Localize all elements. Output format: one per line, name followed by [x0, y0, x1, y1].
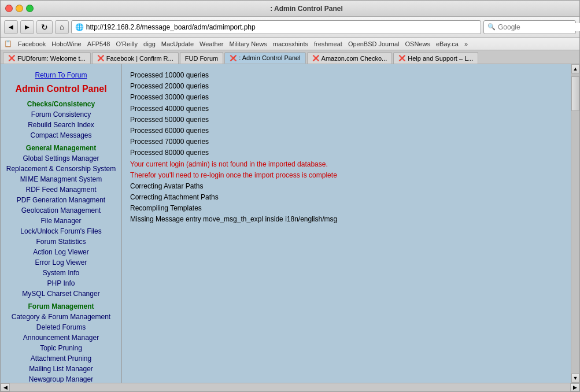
- link-forum-consistency[interactable]: Forum Consistency: [1, 109, 121, 120]
- scroll-down-button[interactable]: ▼: [571, 373, 579, 383]
- bookmark-openbsd[interactable]: OpenBSD Journal: [348, 40, 400, 47]
- link-system-info[interactable]: System Info: [1, 268, 121, 278]
- tab-favicon-admin: ❌: [230, 55, 237, 61]
- link-mysql-charset[interactable]: MySQL Charset Changer: [1, 289, 121, 299]
- bookmark-digg[interactable]: digg: [143, 40, 156, 47]
- tab-fud-forum[interactable]: FUD Forum: [180, 52, 223, 64]
- bookmark-macosxhints[interactable]: macosxhints: [273, 40, 308, 47]
- tab-label-admin: : Admin Control Panel: [239, 54, 300, 61]
- tabs-bar: ❌ FUDforum: Welcome t... ❌ Facebook | Co…: [1, 50, 579, 64]
- titlebar-buttons: [5, 5, 34, 12]
- address-icon: 🌐: [75, 23, 84, 31]
- bookmark-facebook[interactable]: Facebook: [18, 40, 46, 47]
- search-icon: 🔍: [487, 23, 496, 31]
- log-correcting-attachments: Correcting Attachment Paths: [130, 192, 563, 203]
- refresh-button[interactable]: ↻: [36, 20, 53, 34]
- bookmark-afp548[interactable]: AFP548: [87, 40, 110, 47]
- link-topic-pruning[interactable]: Topic Pruning: [1, 343, 121, 353]
- bookmark-osnews[interactable]: OSNews: [405, 40, 430, 47]
- search-input[interactable]: [498, 23, 580, 31]
- link-rebuild-search-index[interactable]: Rebuild Search Index: [1, 120, 121, 130]
- error-line-1: Your current login (admin) is not found …: [130, 159, 563, 170]
- link-category-forum-management[interactable]: Category & Forum Management: [1, 312, 121, 322]
- bookmark-ebay[interactable]: eBay.ca: [436, 40, 459, 47]
- scroll-thumb[interactable]: [571, 76, 579, 111]
- tab-facebook-confirm[interactable]: ❌ Facebook | Confirm R...: [92, 52, 179, 64]
- main-panel: Processed 10000 queries Processed 20000 …: [122, 64, 571, 383]
- close-button[interactable]: [5, 5, 13, 12]
- link-error-log-viewer[interactable]: Error Log Viewer: [1, 257, 121, 268]
- section-general-management: General Management: [1, 140, 121, 153]
- log-line-70000: Processed 70000 queries: [130, 136, 563, 147]
- tab-favicon-help: ❌: [398, 55, 405, 61]
- address-bar[interactable]: 🌐: [71, 20, 481, 34]
- link-geolocation[interactable]: Geolocation Management: [1, 205, 121, 216]
- link-deleted-forums[interactable]: Deleted Forums: [1, 322, 121, 332]
- return-to-forum-link[interactable]: Return To Forum: [1, 69, 121, 82]
- hscroll-track[interactable]: [10, 383, 570, 391]
- bookmark-hobowine[interactable]: HoboWine: [51, 40, 81, 47]
- bookmark-weather[interactable]: Weather: [200, 40, 223, 47]
- minimize-button[interactable]: [16, 5, 23, 12]
- home-icon: ⌂: [60, 23, 64, 31]
- search-bar[interactable]: 🔍: [483, 20, 576, 34]
- bookmark-freshmeat[interactable]: freshmeat: [314, 40, 342, 47]
- link-lock-unlock[interactable]: Lock/Unlock Forum's Files: [1, 226, 121, 236]
- section-forum-management: Forum Management: [1, 299, 121, 312]
- scroll-track[interactable]: [571, 73, 579, 373]
- scroll-up-button[interactable]: ▲: [571, 64, 579, 73]
- link-pdf-generation[interactable]: PDF Generation Managment: [1, 195, 121, 205]
- tab-label-amazon: Amazon.com Checko...: [322, 55, 387, 62]
- log-missing-message: Missing Message entry move_msg_th_expl i…: [130, 214, 563, 225]
- link-php-info[interactable]: PHP Info: [1, 278, 121, 289]
- refresh-icon: ↻: [41, 23, 48, 32]
- link-attachment-pruning[interactable]: Attachment Pruning: [1, 353, 121, 364]
- tab-favicon-fudforum: ❌: [8, 55, 15, 61]
- bookmark-macupdate[interactable]: MacUpdate: [161, 40, 194, 47]
- tab-label-facebook: Facebook | Confirm R...: [106, 55, 173, 62]
- tab-fudforum-welcome[interactable]: ❌ FUDforum: Welcome t...: [3, 52, 91, 64]
- bookmark-oreilly[interactable]: O'Reilly: [116, 40, 138, 47]
- log-line-50000: Processed 50000 queries: [130, 114, 563, 125]
- link-mime-management[interactable]: MIME Managment System: [1, 174, 121, 184]
- link-mailing-list[interactable]: Mailing List Manager: [1, 364, 121, 374]
- scroll-right-button[interactable]: ▶: [570, 383, 579, 391]
- link-replacement-censorship[interactable]: Replacement & Censorship System: [1, 164, 121, 174]
- link-rdf-feed[interactable]: RDF Feed Managment: [1, 184, 121, 195]
- log-correcting-avatars: Correcting Avatar Paths: [130, 181, 563, 192]
- vertical-scrollbar[interactable]: ▲ ▼: [571, 64, 579, 383]
- forward-icon: ▶: [25, 24, 29, 30]
- back-icon: ◀: [9, 24, 13, 30]
- tab-admin-control-panel[interactable]: ❌ : Admin Control Panel: [224, 52, 305, 64]
- tab-amazon[interactable]: ❌ Amazon.com Checko...: [307, 52, 393, 64]
- tab-favicon-facebook: ❌: [97, 55, 104, 61]
- link-forum-statistics[interactable]: Forum Statistics: [1, 236, 121, 247]
- sidebar-title: Admin Control Panel: [1, 82, 121, 97]
- tab-label-help: Help and Support – L...: [408, 55, 473, 62]
- back-button[interactable]: ◀: [4, 20, 18, 34]
- link-file-manager[interactable]: File Manager: [1, 216, 121, 226]
- navbar: ◀ ▶ ↻ ⌂ 🌐 🔍: [1, 17, 579, 38]
- bookmark-military-news[interactable]: Military News: [229, 40, 267, 47]
- maximize-button[interactable]: [26, 5, 34, 12]
- horizontal-scrollbar[interactable]: ◀ ▶: [1, 383, 579, 391]
- link-global-settings[interactable]: Global Settings Manager: [1, 153, 121, 164]
- log-line-60000: Processed 60000 queries: [130, 125, 563, 136]
- link-announcement-manager[interactable]: Announcement Manager: [1, 332, 121, 343]
- bookmarks-more-button[interactable]: »: [464, 40, 468, 47]
- log-line-40000: Processed 40000 queries: [130, 103, 563, 114]
- window-title: : Admin Control Panel: [38, 5, 575, 13]
- error-line-2: Therefor you'll need to re-login once th…: [130, 170, 563, 181]
- home-button[interactable]: ⌂: [55, 20, 69, 34]
- tab-label-fud-forum: FUD Forum: [185, 55, 218, 62]
- link-action-log-viewer[interactable]: Action Log Viewer: [1, 247, 121, 257]
- bookmark-rss-icon: 📋: [4, 40, 12, 47]
- tab-help-support[interactable]: ❌ Help and Support – L...: [393, 52, 478, 64]
- log-line-80000: Processed 80000 queries: [130, 147, 563, 158]
- forward-button[interactable]: ▶: [20, 20, 34, 34]
- scroll-left-button[interactable]: ◀: [1, 383, 10, 391]
- link-newsgroup-manager[interactable]: Newsgroup Manager: [1, 374, 121, 383]
- link-compact-messages[interactable]: Compact Messages: [1, 130, 121, 140]
- content-area: Return To Forum Admin Control Panel Chec…: [1, 64, 579, 383]
- address-input[interactable]: [86, 23, 477, 31]
